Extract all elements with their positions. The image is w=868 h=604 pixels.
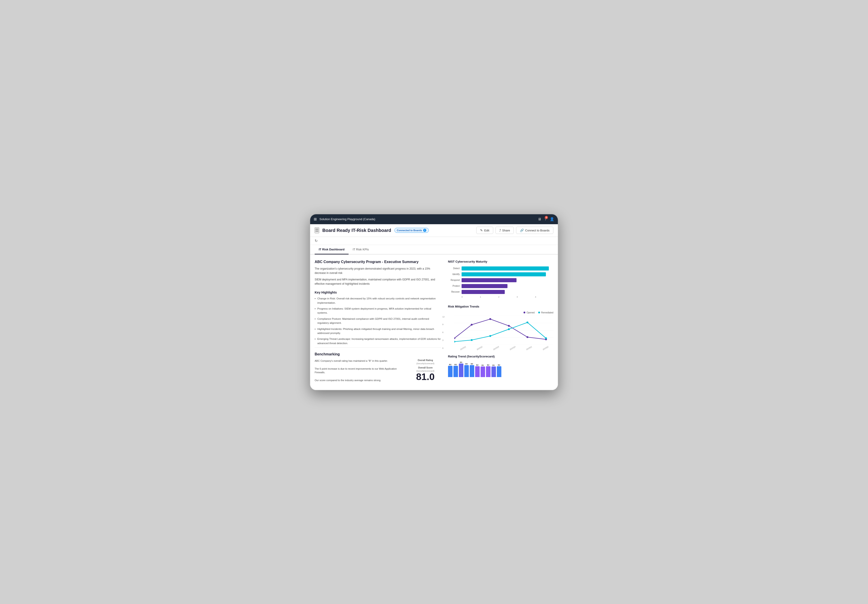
legend-remediated: Remediated (538, 311, 553, 314)
overall-score-label: Overall Score (409, 366, 441, 369)
nist-bar-detect: Detect (448, 266, 553, 270)
nist-axis: 0 1 2 3 4 (462, 296, 553, 298)
bar-fill-detect (462, 266, 549, 270)
exec-summary-para2: SIEM deployment and MFA implementation, … (315, 278, 441, 286)
grid-icon[interactable]: ⊞ (314, 217, 317, 221)
risk-chart-svg (454, 316, 553, 345)
svg-point-16 (545, 337, 547, 339)
svg-point-13 (489, 335, 491, 337)
executive-summary-title: ABC Company Cybersecurity Program - Exec… (315, 260, 441, 264)
link-icon: 🔗 (520, 229, 524, 232)
bar-fill-identify (462, 272, 546, 277)
header-actions: ✎ Edit ⤴ Share 🔗 Connect to Boards (476, 227, 553, 234)
overall-rating-label: Overall Rating (409, 359, 441, 361)
rating-trend-title: Rating Trend (SecurityScorecard) (448, 355, 553, 358)
benchmarking-title: Benchmarking (315, 352, 441, 356)
bench-desc-1: ABC Company's overall rating has maintai… (315, 359, 405, 363)
edit-icon: ✎ (480, 229, 483, 232)
rating-bar-1: B3 (448, 363, 453, 377)
rating-trend-section: Rating Trend (SecurityScorecard) B3 B3 B… (448, 355, 553, 377)
hamburger-button[interactable]: ☰ (315, 227, 319, 233)
edit-button[interactable]: ✎ Edit (476, 227, 493, 234)
rating-bar-5: B5 (470, 363, 474, 377)
rating-bar-7: B1 (480, 364, 485, 377)
svg-point-7 (489, 318, 491, 320)
right-panel: NIST Cybersecurity Maturity Detect Ident… (448, 260, 553, 385)
page-title: Board Ready IT-Risk Dashboard (322, 228, 391, 233)
svg-point-12 (471, 339, 473, 341)
nist-bar-recover: Recover (448, 290, 553, 294)
rating-bar-10: B2 (497, 364, 501, 377)
svg-point-9 (527, 336, 529, 338)
risk-x-labels: 2022Q1 2022Q2 2022Q3 2022Q4 2023Q1 2023Q… (454, 347, 553, 349)
device-frame: ⊞ Solution Engineering Playground (Canad… (310, 214, 558, 391)
bench-desc-2: The 6 point increase is due to recent im… (315, 367, 405, 374)
left-panel: ABC Company Cybersecurity Program - Exec… (315, 260, 441, 385)
nist-chart-section: NIST Cybersecurity Maturity Detect Ident… (448, 260, 553, 298)
nav-actions: 🖥 ? 5 👤 (538, 217, 554, 221)
nist-bar-protect: Protect (448, 284, 553, 288)
share-icon: ⤴ (499, 229, 501, 232)
tab-it-risk-kpis[interactable]: IT Risk KPIs (349, 245, 373, 255)
nist-bar-respond: Respond (448, 278, 553, 282)
connected-badge: Connected to Boards i (394, 228, 429, 233)
rating-bar-6: B2 (475, 364, 480, 377)
nist-chart-title: NIST Cybersecurity Maturity (448, 260, 553, 263)
toolbar-area: ↻ (310, 237, 558, 245)
svg-point-6 (471, 324, 473, 326)
nist-bar-identify: Identify (448, 272, 553, 277)
tab-it-risk-dashboard[interactable]: IT Risk Dashboard (315, 245, 349, 255)
executive-summary-section: ABC Company Cybersecurity Program - Exec… (315, 260, 441, 286)
bench-desc-3: Our score compared to the industry avera… (315, 378, 405, 382)
main-content: ABC Company Cybersecurity Program - Exec… (310, 255, 558, 390)
exec-summary-para1: The organization's cybersecurity program… (315, 267, 441, 275)
rating-bar-2: B3 (453, 363, 458, 377)
top-nav: ⊞ Solution Engineering Playground (Canad… (310, 214, 558, 224)
overall-rating-sub: (SecurityScorecard) (409, 362, 441, 365)
key-highlights-title: Key Highlights (315, 290, 441, 294)
rating-bar-4: B5 (464, 363, 469, 377)
benchmarking-section: Benchmarking ABC Company's overall ratin… (315, 348, 441, 382)
svg-point-15 (527, 321, 529, 323)
info-icon[interactable]: i (423, 229, 426, 232)
svg-point-11 (454, 341, 455, 343)
bar-fill-protect (462, 284, 507, 288)
legend-dot-opened (524, 312, 525, 314)
risk-mitigation-title: Risk Mitigation Trends (448, 305, 553, 308)
key-highlights-section: Key Highlights Change in Risk: Overall r… (315, 290, 441, 345)
user-icon[interactable]: 👤 (550, 217, 554, 221)
risk-chart-legend: Opened Remediated (448, 311, 553, 314)
bar-fill-respond (462, 278, 517, 282)
benchmarking-description: ABC Company's overall rating has maintai… (315, 359, 405, 382)
refresh-button[interactable]: ↻ (315, 239, 318, 243)
svg-point-8 (508, 325, 510, 327)
connected-label: Connected to Boards (397, 229, 422, 232)
list-item: Change in Risk: Overall risk decreased b… (315, 297, 441, 305)
list-item: Progress on Initiatives: SIEM system dep… (315, 307, 441, 315)
help-icon[interactable]: ? 5 (544, 217, 547, 221)
monitor-icon[interactable]: 🖥 (538, 217, 541, 221)
bar-fill-recover (462, 290, 505, 294)
risk-mitigation-section: Risk Mitigation Trends Opened Remediated… (448, 305, 553, 349)
benchmarking-layout: ABC Company's overall rating has maintai… (315, 359, 441, 382)
tabs-bar: IT Risk Dashboard IT Risk KPIs (310, 245, 558, 255)
benchmarking-score: Overall Rating (SecurityScorecard) Overa… (409, 359, 441, 382)
nist-bars: Detect Identify Respond (448, 266, 553, 294)
risk-chart-wrapper: 12 9 6 3 0 (448, 316, 553, 349)
legend-opened: Opened (524, 311, 535, 314)
header-bar: ☰ Board Ready IT-Risk Dashboard Connecte… (310, 224, 558, 237)
risk-y-labels: 12 9 6 3 0 (442, 316, 445, 349)
share-button[interactable]: ⤴ Share (496, 227, 514, 234)
list-item: Compliance Posture: Maintained complianc… (315, 317, 441, 325)
connect-to-boards-button[interactable]: 🔗 Connect to Boards (516, 227, 553, 234)
rating-trend-bars: B3 B3 B9 B5 (448, 361, 553, 377)
rating-bar-8: B2 (486, 364, 490, 377)
rating-bar-9: B1 (491, 364, 496, 377)
list-item: Highlighted Incidents: Phishing attack m… (315, 327, 441, 335)
rating-bar-3: B9 (459, 361, 463, 377)
list-item: Emerging Threat Landscape: Increasing ta… (315, 337, 441, 345)
legend-dot-remediated (538, 312, 540, 314)
nav-title: Solution Engineering Playground (Canada) (319, 218, 535, 221)
svg-point-14 (508, 328, 510, 330)
bench-score-value: 81.0 (409, 372, 441, 382)
